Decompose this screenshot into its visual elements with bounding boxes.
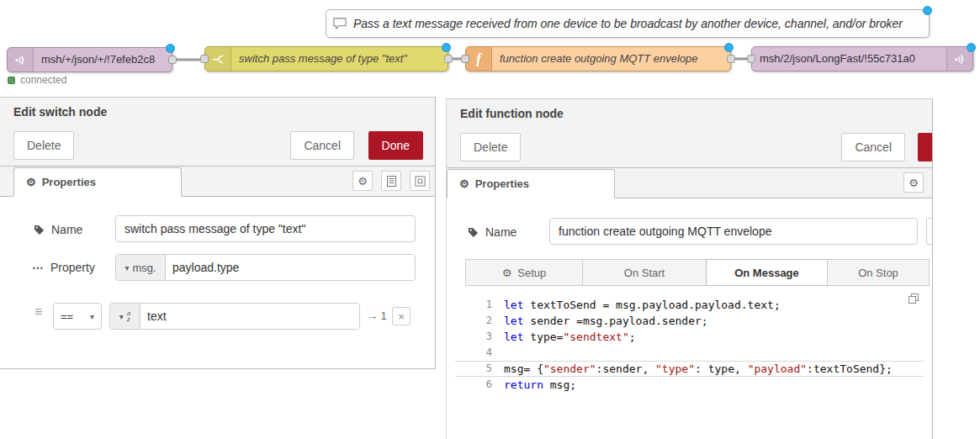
mqtt-out-node-label: msh/2/json/LongFast/!55c731a0 <box>752 47 946 71</box>
gear-icon: ⚙ <box>459 177 469 190</box>
mqtt-in-node-label: msh/+/json/+/!7efeb2c8 <box>34 48 172 71</box>
name-input[interactable] <box>549 218 918 245</box>
line-number: 3 <box>455 330 504 344</box>
rule-output-label: → 1 <box>367 309 387 322</box>
output-port[interactable] <box>727 55 735 63</box>
gear-icon: ⚙ <box>358 175 368 188</box>
switch-node-label: switch pass message of type "text" <box>231 47 448 71</box>
settings-button[interactable]: ⚙ <box>903 172 924 193</box>
delete-button[interactable]: Delete <box>460 133 521 161</box>
comment-node-label: Pass a text message received from one de… <box>353 11 903 36</box>
rule-value-typed-input: ▾ az <box>109 303 360 330</box>
rule-operator: == <box>61 310 73 323</box>
status-text: connected <box>20 74 66 86</box>
gear-icon: ⚙ <box>908 177 919 189</box>
code-line: 2let sender =msg.payload.sender; <box>455 313 924 329</box>
mqtt-in-status: connected <box>8 74 66 86</box>
property-prefix: msg. <box>132 262 156 274</box>
panel-title: Edit switch node <box>0 98 435 125</box>
input-port[interactable] <box>747 55 755 63</box>
code-line: 6return msg; <box>455 377 924 393</box>
tab-on-start[interactable]: On Start <box>582 259 707 286</box>
comment-node[interactable]: Pass a text message received from one de… <box>326 9 930 38</box>
tab-properties[interactable]: ⚙ Properties <box>447 169 615 198</box>
done-button[interactable]: Done <box>368 131 423 160</box>
description-button[interactable] <box>381 171 401 191</box>
changed-indicator <box>166 44 175 53</box>
name-field-label: Name <box>34 223 82 236</box>
changed-indicator <box>442 43 451 52</box>
rule-operator-select[interactable]: == ▾ <box>53 303 102 330</box>
input-port[interactable] <box>200 55 209 63</box>
frame-icon <box>415 176 426 187</box>
tab-setup[interactable]: ⚙ Setup <box>465 259 583 286</box>
function-editor-tabs: ⚙ Setup On Start On Message On Stop <box>465 259 930 286</box>
changed-indicator <box>923 6 932 15</box>
input-port[interactable] <box>461 55 469 63</box>
line-number: 5 <box>455 362 504 376</box>
settings-button[interactable]: ⚙ <box>352 171 373 191</box>
code-line: 1let textToSend = msg.payload.payload.te… <box>455 297 924 313</box>
close-icon: × <box>398 310 405 323</box>
status-connected-icon <box>8 77 15 84</box>
code-line: 5msg= {"sender":sender, "type": type, "p… <box>455 361 924 377</box>
expand-name-button[interactable] <box>926 218 933 245</box>
comment-bubble-icon <box>326 17 353 30</box>
expand-editor-icon[interactable] <box>908 294 919 304</box>
changed-indicator <box>967 43 976 52</box>
document-icon <box>387 176 396 187</box>
line-number: 6 <box>455 378 504 392</box>
editor-tabbar: ⚙ Properties ⚙ <box>447 168 932 198</box>
changed-indicator <box>724 43 734 52</box>
property-input[interactable] <box>166 255 415 280</box>
function-node-label: function create outgoing MQTT envelope <box>492 47 730 71</box>
line-number: 1 <box>455 298 504 312</box>
tab-on-stop[interactable]: On Stop <box>827 259 930 286</box>
output-port[interactable] <box>168 56 177 64</box>
rule-value-input[interactable] <box>140 304 359 329</box>
tab-properties[interactable]: ⚙ Properties <box>13 167 182 197</box>
code-line: 4 <box>455 345 924 361</box>
editor-tabbar: ⚙ Properties ⚙ <box>0 167 435 197</box>
cancel-button[interactable]: Cancel <box>841 133 905 161</box>
done-button[interactable] <box>918 133 932 161</box>
tag-icon <box>468 227 479 238</box>
line-number: 4 <box>455 346 504 360</box>
line-number: 2 <box>455 314 504 328</box>
name-input[interactable] <box>115 215 416 242</box>
panel-title: Edit function node <box>447 99 932 127</box>
function-icon: f <box>466 47 492 71</box>
edit-function-node-panel: Edit function node Delete Cancel ⚙ Prope… <box>446 98 933 439</box>
node-red-workspace: Pass a text message received from one de… <box>0 0 980 439</box>
cancel-button[interactable]: Cancel <box>290 131 354 160</box>
edit-switch-node-panel: Edit switch node Delete Cancel Done ⚙ Pr… <box>0 97 436 369</box>
chevron-down-icon: ▾ <box>119 312 124 321</box>
panel-toolbar: Delete Cancel Done <box>0 125 435 167</box>
appearance-button[interactable] <box>410 171 430 191</box>
switch-fork-icon <box>205 47 231 71</box>
tab-on-message[interactable]: On Message <box>706 259 828 286</box>
chevron-down-icon: ▾ <box>124 263 129 272</box>
gear-icon: ⚙ <box>26 176 36 188</box>
mqtt-out-node[interactable]: msh/2/json/LongFast/!55c731a0 <box>751 46 973 71</box>
gear-icon: ⚙ <box>502 267 512 279</box>
ellipsis-icon: ⋯ <box>32 261 44 274</box>
property-type-button[interactable]: ▾ msg. <box>116 255 166 280</box>
mqtt-in-node[interactable]: msh/+/json/+/!7efeb2c8 <box>7 47 172 72</box>
output-port[interactable] <box>444 55 453 63</box>
rule-drag-handle-icon[interactable]: ≡ <box>34 304 42 320</box>
name-field-label: Name <box>468 225 516 239</box>
remove-rule-button[interactable]: × <box>392 307 411 325</box>
rule-value-type-button[interactable]: ▾ az <box>110 304 140 329</box>
chevron-down-icon: ▾ <box>90 312 94 321</box>
delete-button[interactable]: Delete <box>13 131 74 160</box>
code-editor[interactable]: 1let textToSend = msg.payload.payload.te… <box>455 291 924 419</box>
code-lines: 1let textToSend = msg.payload.payload.te… <box>455 297 924 393</box>
function-node[interactable]: f function create outgoing MQTT envelope <box>465 46 731 71</box>
mqtt-icon <box>8 48 34 71</box>
switch-node[interactable]: switch pass message of type "text" <box>204 46 448 71</box>
property-field-label: ⋯ Property <box>32 261 95 274</box>
sort-alpha-icon: az <box>127 310 130 322</box>
code-line: 3let type="sendtext"; <box>455 329 924 345</box>
property-typed-input: ▾ msg. <box>115 254 416 281</box>
